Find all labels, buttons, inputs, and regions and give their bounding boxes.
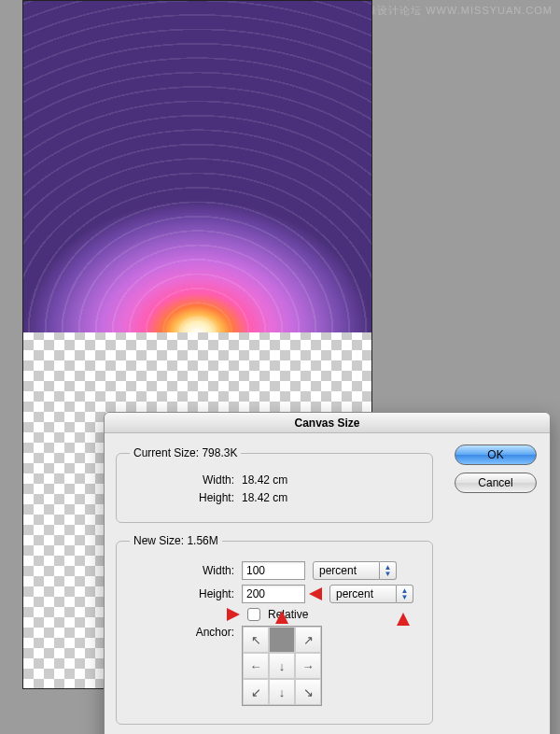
annotation-arrow-icon	[227, 608, 240, 621]
current-size-group: Current Size: 798.3K Width: 18.42 cm Hei…	[116, 446, 433, 523]
anchor-cell-s[interactable]: ↓	[269, 679, 295, 705]
anchor-cell-sw[interactable]: ↙	[243, 679, 269, 705]
relative-checkbox[interactable]	[247, 608, 260, 621]
new-width-input[interactable]	[242, 561, 305, 580]
cancel-button[interactable]: Cancel	[455, 473, 537, 493]
anchor-cell-w[interactable]: ←	[243, 653, 269, 679]
current-width-label: Width:	[130, 473, 234, 487]
watermark-text: 思缘设计论坛 WWW.MISSYUAN.COM	[355, 4, 553, 18]
anchor-grid[interactable]: ↖ ↗ ← ↓ → ↙ ↓ ↘	[242, 626, 322, 706]
width-unit-stepper[interactable]: ▲▼	[380, 561, 397, 580]
anchor-cell-ne[interactable]: ↗	[295, 627, 321, 653]
canvas-size-dialog: Canvas Size OK Cancel Current Size: 798.…	[104, 412, 551, 734]
annotation-arrow-icon	[275, 611, 288, 624]
annotation-arrow-icon	[309, 587, 322, 600]
anchor-cell-se[interactable]: ↘	[295, 679, 321, 705]
dialog-title: Canvas Size	[105, 413, 550, 433]
height-unit-select[interactable]: percent	[329, 585, 397, 603]
image-layer	[23, 1, 371, 332]
annotation-arrow-icon	[397, 613, 410, 626]
new-size-legend: New Size: 1.56M	[130, 534, 222, 547]
new-width-label: Width:	[130, 564, 234, 577]
current-height-value: 18.42 cm	[242, 491, 307, 504]
anchor-cell-c[interactable]: ↓	[269, 653, 295, 679]
anchor-cell-e[interactable]: →	[295, 653, 321, 679]
current-size-legend: Current Size: 798.3K	[130, 446, 241, 459]
width-unit-select[interactable]: percent	[313, 561, 380, 580]
new-height-input[interactable]	[242, 585, 305, 603]
anchor-cell-n[interactable]	[269, 627, 295, 653]
ok-button[interactable]: OK	[455, 445, 537, 465]
current-height-label: Height:	[130, 491, 234, 504]
anchor-cell-nw[interactable]: ↖	[243, 627, 269, 653]
current-width-value: 18.42 cm	[242, 473, 307, 487]
new-height-label: Height:	[130, 587, 234, 600]
anchor-label: Anchor:	[130, 626, 234, 639]
new-size-group: New Size: 1.56M Width: percent ▲▼ Height…	[116, 534, 433, 725]
height-unit-stepper[interactable]: ▲▼	[397, 585, 413, 603]
